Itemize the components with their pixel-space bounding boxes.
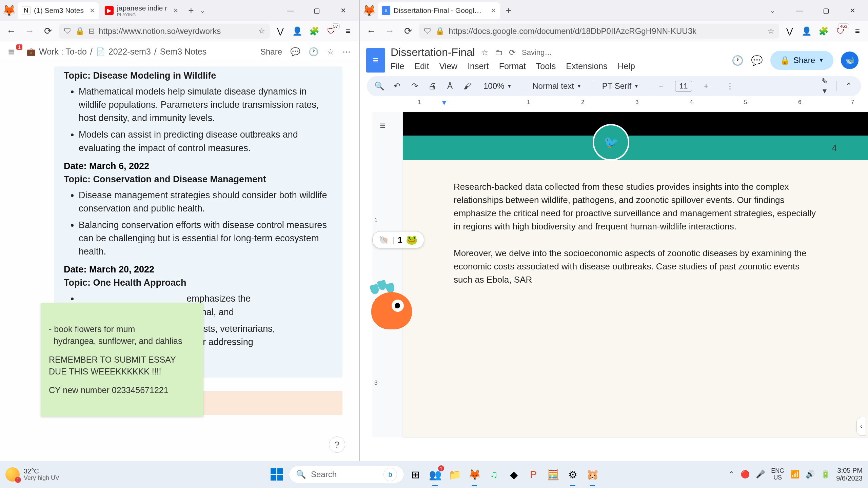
shield-icon[interactable]: 🛡 [64, 27, 71, 36]
firefox-icon[interactable]: 🦊 [363, 4, 376, 17]
close-icon[interactable]: × [90, 6, 95, 15]
language-indicator[interactable]: ENG US [771, 468, 784, 481]
lock-icon[interactable]: 🔒 [435, 27, 445, 36]
taskbar-app-teams[interactable]: 👥1 [427, 466, 443, 483]
ublock-icon[interactable]: 🛡57 [325, 25, 338, 38]
extensions-icon[interactable]: 🧩 [817, 25, 830, 38]
taskbar-app-powerpoint[interactable]: P [525, 466, 542, 483]
updates-icon[interactable]: 🕐 [309, 47, 319, 57]
horizontal-ruler[interactable]: 1 ▼ 1 2 3 4 5 6 7 [387, 99, 868, 108]
weather-widget[interactable]: 1 32°C Very high UV [5, 467, 59, 482]
editing-mode-icon[interactable]: ✎ ▾ [819, 77, 830, 96]
more-icon[interactable]: ⋯ [342, 47, 351, 57]
list-item[interactable]: Mathematical models help simulate diseas… [79, 85, 333, 125]
list-item[interactable]: Models can assist in predicting disease … [79, 128, 333, 155]
app-menu-icon[interactable]: ≡ [342, 25, 355, 38]
collapse-toolbar-icon[interactable]: ⌃ [843, 81, 854, 91]
new-tab-button[interactable]: + [502, 4, 515, 17]
menu-view[interactable]: View [439, 61, 457, 71]
share-button[interactable]: Share [260, 47, 282, 57]
menu-file[interactable]: File [391, 61, 404, 71]
font-select[interactable]: PT Serif▼ [598, 81, 643, 91]
battery-icon[interactable]: 🔋 [821, 470, 830, 479]
taskbar-app-firefox[interactable]: 🦊 [466, 466, 483, 483]
bookmark-star-icon[interactable]: ☆ [768, 27, 774, 36]
paragraph[interactable]: Research-backed data collected from thes… [454, 180, 820, 233]
increase-font-icon[interactable]: + [700, 81, 712, 91]
topic-heading[interactable]: Topic: Disease Modeling in Wildlife [64, 70, 333, 81]
close-icon[interactable]: × [173, 6, 178, 15]
wifi-icon[interactable]: 📶 [790, 470, 800, 479]
tab-youtube[interactable]: ▶ japanese indie r PLAYING × [101, 2, 182, 19]
decrease-font-icon[interactable]: − [655, 81, 667, 91]
search-icon[interactable]: 🔍 [374, 81, 385, 91]
volume-icon[interactable]: 🔊 [806, 470, 815, 479]
list-item[interactable]: Disease management strategies should con… [79, 189, 333, 215]
print-icon[interactable]: 🖨 [427, 81, 438, 91]
taskbar-app-explorer[interactable]: 📁 [446, 466, 463, 483]
date-heading[interactable]: Date: March 20, 2022 [64, 264, 333, 275]
tabs-dropdown-icon[interactable]: ⌄ [200, 6, 211, 15]
document-page[interactable]: 🐦 4 Research-backed data collected from … [403, 112, 868, 437]
virtual-pet-sprite[interactable] [361, 279, 422, 340]
spellcheck-icon[interactable]: Ă [444, 81, 456, 91]
url-input[interactable]: 🛡 🔒 https://docs.google.com/document/d/1… [419, 24, 779, 39]
shield-icon[interactable]: 🛡 [424, 27, 431, 36]
close-icon[interactable]: × [491, 6, 496, 15]
permissions-icon[interactable]: ⊟ [88, 27, 95, 36]
tray-security-icon[interactable]: 🔴 [741, 470, 750, 479]
topic-heading[interactable]: Topic: One Health Approach [64, 278, 333, 288]
clock[interactable]: 3:05 PM 9/6/2023 [836, 467, 863, 482]
start-button[interactable] [267, 465, 286, 484]
sticky-note[interactable]: - book flowers for mum hydrangea, sunflo… [41, 303, 203, 416]
back-button[interactable]: ← [364, 24, 378, 38]
minimize-button[interactable]: — [277, 1, 303, 20]
breadcrumb-item[interactable]: 2022-sem3 [108, 47, 151, 57]
back-button[interactable]: ← [4, 24, 18, 38]
app-menu-icon[interactable]: ≡ [851, 25, 864, 38]
close-button[interactable]: ✕ [330, 1, 356, 20]
firefox-icon[interactable]: 🦊 [3, 4, 16, 17]
reload-button[interactable]: ⟳ [41, 24, 55, 38]
share-button[interactable]: 🔒 Share ▼ [770, 51, 833, 70]
account-icon[interactable]: 👤 [800, 25, 813, 38]
comments-icon[interactable]: 💬 [290, 47, 300, 57]
gdocs-logo-icon[interactable]: ≡ [366, 48, 385, 73]
tray-overflow-icon[interactable]: ⌃ [728, 470, 734, 479]
taskbar-app-calculator[interactable]: 🧮 [545, 466, 561, 483]
vertical-ruler[interactable]: 1 2 3 [372, 112, 383, 437]
menu-insert[interactable]: Insert [468, 61, 489, 71]
maximize-button[interactable]: ▢ [304, 1, 330, 20]
menu-edit[interactable]: Edit [414, 61, 429, 71]
doc-title[interactable]: Dissertation-Final [391, 46, 475, 59]
topic-heading[interactable]: Topic: Conservation and Disease Manageme… [64, 174, 333, 185]
lock-icon[interactable]: 🔒 [75, 27, 84, 36]
more-tools-icon[interactable]: ⋮ [724, 81, 736, 91]
forward-button[interactable]: → [382, 24, 397, 38]
breadcrumb-item[interactable]: Work : To-do [39, 47, 87, 57]
move-icon[interactable]: 🗀 [495, 48, 503, 57]
pocket-icon[interactable]: ⋁ [783, 25, 796, 38]
bookmark-star-icon[interactable]: ☆ [258, 27, 265, 36]
extensions-icon[interactable]: 🧩 [308, 25, 321, 38]
indent-marker-icon[interactable]: ▼ [441, 99, 448, 107]
document-body[interactable]: Research-backed data collected from thes… [403, 160, 868, 320]
comments-icon[interactable]: 💬 [751, 55, 763, 66]
history-icon[interactable]: 🕐 [732, 55, 744, 66]
maximize-button[interactable]: ▢ [813, 1, 839, 20]
undo-icon[interactable]: ↶ [391, 81, 403, 91]
notion-sidebar-toggle[interactable]: 1 [8, 46, 20, 58]
favorite-icon[interactable]: ☆ [327, 47, 334, 57]
bing-icon[interactable]: b [383, 468, 397, 481]
taskbar-app-spotify[interactable]: ♫ [486, 466, 502, 483]
menu-help[interactable]: Help [618, 61, 635, 71]
style-select[interactable]: Normal text▼ [528, 81, 586, 91]
taskbar-app-pet[interactable]: 🐹 [584, 466, 601, 483]
tabs-dropdown-icon[interactable]: ⌄ [770, 6, 781, 15]
menu-extensions[interactable]: Extensions [566, 61, 607, 71]
menu-format[interactable]: Format [499, 61, 526, 71]
comment-reaction-pill[interactable]: 🐚 | 1 🐸 [372, 231, 424, 248]
star-icon[interactable]: ☆ [481, 48, 489, 57]
account-icon[interactable]: 👤 [291, 25, 304, 38]
tray-mic-icon[interactable]: 🎤 [756, 470, 765, 479]
